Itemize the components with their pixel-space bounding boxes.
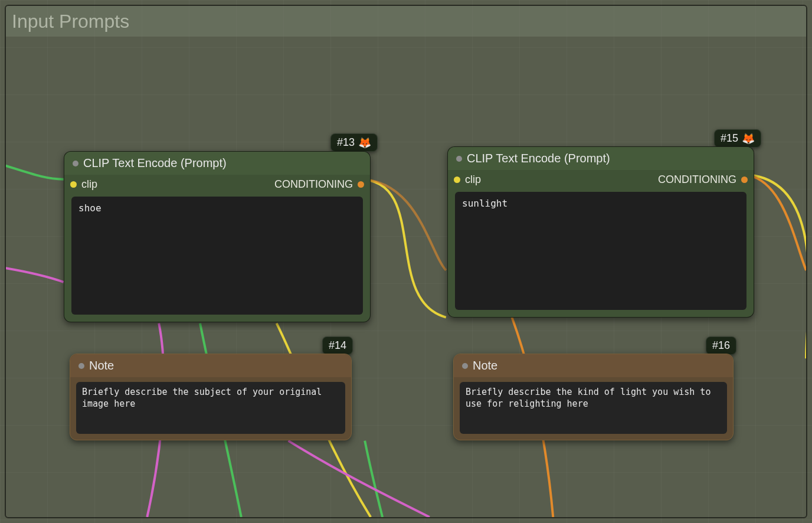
node-id-badge-15: #15 🦊 bbox=[714, 129, 761, 148]
note-textarea[interactable] bbox=[76, 382, 345, 434]
port-dot-icon bbox=[358, 181, 364, 188]
node-title: CLIP Text Encode (Prompt) bbox=[467, 152, 610, 165]
prompt-textarea[interactable] bbox=[71, 197, 363, 315]
fox-icon: 🦊 bbox=[742, 133, 755, 144]
output-port-conditioning[interactable]: CONDITIONING bbox=[658, 174, 748, 186]
badge-text: #14 bbox=[329, 339, 346, 352]
node-title-bar[interactable]: Note bbox=[70, 354, 351, 377]
node-id-badge-16: #16 bbox=[706, 336, 736, 355]
clip-text-encode-node-13[interactable]: CLIP Text Encode (Prompt) clip CONDITION… bbox=[64, 151, 371, 322]
node-id-badge-13: #13 🦊 bbox=[330, 133, 378, 152]
note-node-14[interactable]: Note bbox=[70, 354, 352, 440]
clip-text-encode-node-15[interactable]: CLIP Text Encode (Prompt) clip CONDITION… bbox=[447, 146, 754, 318]
port-dot-icon bbox=[454, 176, 460, 183]
collapse-dot-icon[interactable] bbox=[78, 363, 84, 369]
node-ports: clip CONDITIONING bbox=[448, 170, 754, 192]
output-port-label: CONDITIONING bbox=[658, 174, 736, 186]
input-port-clip[interactable]: clip bbox=[70, 178, 97, 191]
port-dot-icon bbox=[70, 181, 77, 188]
badge-text: #15 bbox=[721, 132, 738, 145]
collapse-dot-icon[interactable] bbox=[73, 161, 78, 166]
collapse-dot-icon[interactable] bbox=[456, 156, 462, 162]
note-node-16[interactable]: Note bbox=[453, 354, 734, 440]
input-port-clip[interactable]: clip bbox=[454, 174, 481, 186]
node-title: Note bbox=[89, 359, 114, 372]
collapse-dot-icon[interactable] bbox=[462, 363, 468, 369]
node-title-bar[interactable]: CLIP Text Encode (Prompt) bbox=[64, 152, 370, 175]
prompt-textarea[interactable] bbox=[455, 192, 746, 310]
node-title: Note bbox=[473, 359, 497, 372]
badge-text: #16 bbox=[712, 339, 730, 352]
node-ports: clip CONDITIONING bbox=[64, 175, 370, 197]
input-port-label: clip bbox=[465, 174, 481, 186]
note-textarea[interactable] bbox=[460, 382, 727, 434]
node-id-badge-14: #14 bbox=[322, 336, 353, 355]
output-port-conditioning[interactable]: CONDITIONING bbox=[274, 178, 364, 191]
group-title: Input Prompts bbox=[12, 11, 129, 32]
node-title: CLIP Text Encode (Prompt) bbox=[83, 156, 227, 170]
node-title-bar[interactable]: Note bbox=[454, 354, 733, 377]
group-title-bar[interactable]: Input Prompts bbox=[6, 6, 806, 37]
badge-text: #13 bbox=[337, 136, 355, 149]
fox-icon: 🦊 bbox=[358, 138, 371, 148]
input-port-label: clip bbox=[81, 178, 97, 191]
group-frame: Input Prompts #13 🦊 #15 🦊 #14 #16 CLIP T… bbox=[5, 5, 807, 518]
port-dot-icon bbox=[741, 176, 748, 183]
output-port-label: CONDITIONING bbox=[274, 178, 353, 191]
node-title-bar[interactable]: CLIP Text Encode (Prompt) bbox=[448, 147, 754, 170]
